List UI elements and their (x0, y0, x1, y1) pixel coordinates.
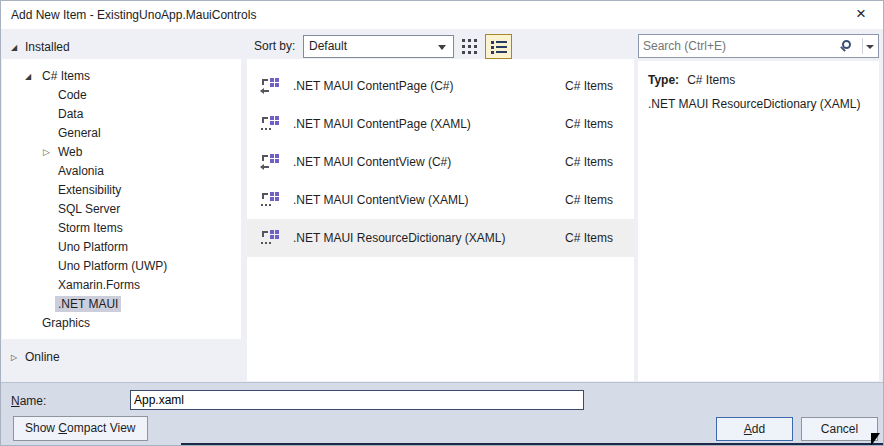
compact-label-pre: Show (25, 421, 58, 435)
mouse-cursor (871, 433, 880, 446)
search-input[interactable] (643, 36, 838, 56)
sort-dropdown[interactable]: Default (303, 35, 454, 58)
tree-item-storm-items[interactable]: Storm Items (2, 219, 241, 238)
show-compact-view-button[interactable]: Show Compact View (13, 416, 148, 441)
footer-bar: Name: Show Compact View Add Cancel (1, 382, 883, 446)
collapsed-triangle-icon: ▷ (11, 348, 25, 368)
tree-item-csharp-items[interactable]: ◢ C# Items (2, 67, 241, 86)
template-row-selected[interactable]: .NET MAUI ResourceDictionary (XAML) C# I… (247, 219, 634, 257)
installed-header[interactable]: ◢Installed (11, 37, 70, 57)
template-row[interactable]: .NET MAUI ContentPage (C#) C# Items (247, 67, 634, 105)
tree-item-extensibility[interactable]: Extensibility (2, 181, 241, 200)
tree-item-label: Uno Platform (UWP) (58, 259, 167, 273)
tree-item-sql-server[interactable]: SQL Server (2, 200, 241, 219)
maui-contentview-csharp-icon (261, 153, 279, 171)
type-label: Type: (648, 73, 679, 87)
tree-item-web[interactable]: ▷ Web (2, 143, 241, 162)
maui-contentview-xaml-icon (261, 191, 279, 209)
template-category: C# Items (565, 181, 613, 219)
template-category: C# Items (565, 67, 613, 105)
name-label-rest: ame: (20, 394, 47, 408)
name-input[interactable] (130, 390, 584, 410)
chevron-down-icon[interactable] (866, 45, 874, 49)
tree-item-graphics[interactable]: Graphics (2, 314, 241, 333)
tree-item-label: General (58, 126, 101, 140)
template-row[interactable]: .NET MAUI ContentView (C#) C# Items (247, 143, 634, 181)
dialog-title: Add New Item - ExistingUnoApp.MauiContro… (11, 1, 256, 29)
tree-item-label: Uno Platform (58, 240, 128, 254)
list-view-button[interactable] (485, 34, 512, 59)
tree-item-avalonia[interactable]: Avalonia (2, 162, 241, 181)
template-name: .NET MAUI ContentPage (C#) (293, 67, 454, 105)
name-label-accesskey: N (11, 394, 20, 408)
template-name: .NET MAUI ResourceDictionary (XAML) (293, 219, 506, 257)
template-description: .NET MAUI ResourceDictionary (XAML) (648, 97, 861, 111)
details-panel: Type:C# Items .NET MAUI ResourceDictiona… (638, 61, 879, 381)
tree-item-dotnet-maui[interactable]: .NET MAUI (2, 295, 241, 314)
tree-item-label: SQL Server (58, 202, 120, 216)
tree-item-data[interactable]: Data (2, 105, 241, 124)
close-icon[interactable]: × (847, 1, 875, 29)
template-name: .NET MAUI ContentView (C#) (293, 143, 451, 181)
maui-resourcedictionary-xaml-icon (261, 229, 279, 247)
template-name: .NET MAUI ContentView (XAML) (293, 181, 469, 219)
template-category: C# Items (565, 105, 613, 143)
add-button[interactable]: Add (716, 417, 793, 441)
search-icon (842, 40, 851, 49)
tree-item-uno-platform-uwp[interactable]: Uno Platform (UWP) (2, 257, 241, 276)
collapsed-triangle-icon: ▷ (43, 143, 50, 162)
sort-by-label: Sort by: (254, 35, 295, 58)
type-row: Type:C# Items (648, 73, 735, 87)
expanded-triangle-icon: ◢ (25, 67, 31, 86)
online-header[interactable]: ▷Online (11, 347, 60, 367)
category-tree: ◢ C# Items Code Data General ▷ Web Avalo… (2, 59, 241, 339)
tiles-view-button[interactable] (462, 39, 478, 55)
chevron-down-icon (438, 45, 446, 50)
tree-item-label: Avalonia (58, 164, 104, 178)
title-bar: Add New Item - ExistingUnoApp.MauiContro… (1, 1, 883, 29)
template-category: C# Items (565, 143, 613, 181)
compact-label-accesskey: C (58, 421, 67, 435)
tree-item-label: Extensibility (58, 183, 121, 197)
list-view-icon (491, 41, 494, 44)
name-label: Name: (11, 392, 46, 410)
tree-item-label: C# Items (42, 69, 90, 83)
tree-item-uno-platform[interactable]: Uno Platform (2, 238, 241, 257)
tree-item-code[interactable]: Code (2, 86, 241, 105)
add-new-item-dialog: Add New Item - ExistingUnoApp.MauiContro… (0, 0, 884, 446)
maui-contentpage-xaml-icon (261, 115, 279, 133)
tiles-view-icon (462, 39, 465, 42)
type-value: C# Items (687, 73, 735, 87)
tree-item-label: Storm Items (58, 221, 123, 235)
sort-dropdown-value: Default (309, 39, 347, 53)
online-header-label: Online (25, 350, 60, 364)
search-divider (862, 38, 863, 54)
tree-item-label: Data (58, 107, 83, 121)
tree-item-xamarin-forms[interactable]: Xamarin.Forms (2, 276, 241, 295)
tree-item-label: Xamarin.Forms (58, 278, 140, 292)
template-row[interactable]: .NET MAUI ContentPage (XAML) C# Items (247, 105, 634, 143)
template-category: C# Items (565, 219, 613, 257)
tree-item-label: Web (58, 145, 82, 159)
tree-item-label-selected: .NET MAUI (55, 296, 121, 312)
template-row[interactable]: .NET MAUI ContentView (XAML) C# Items (247, 181, 634, 219)
template-list: .NET MAUI ContentPage (C#) C# Items .NET… (247, 59, 634, 381)
add-label-accesskey: A (744, 422, 752, 436)
template-name: .NET MAUI ContentPage (XAML) (293, 105, 471, 143)
maui-contentpage-csharp-icon (261, 77, 279, 95)
tree-item-general[interactable]: General (2, 124, 241, 143)
search-box[interactable] (638, 34, 879, 58)
expanded-triangle-icon: ◢ (11, 38, 25, 58)
cancel-button[interactable]: Cancel (801, 417, 878, 441)
tree-item-label: Graphics (42, 316, 90, 330)
tree-item-label: Code (58, 88, 87, 102)
list-view-icon-lines (496, 41, 507, 43)
add-label-rest: dd (752, 422, 765, 436)
installed-header-label: Installed (25, 40, 70, 54)
compact-label-rest: ompact View (67, 421, 135, 435)
